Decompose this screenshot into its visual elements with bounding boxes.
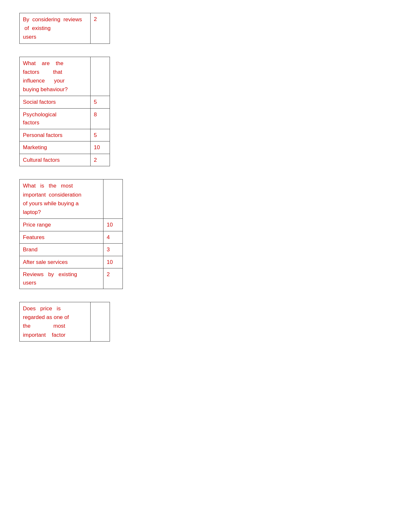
question-cell-factors: What are the factors that influence your… xyxy=(20,57,91,96)
question-text-price: Does price is regarded as one of the mos… xyxy=(23,305,69,338)
question-text-factors: What are the factors that influence your… xyxy=(23,60,68,93)
row-label-psychological: Psychologicalfactors xyxy=(20,108,91,129)
row-label-cultural: Cultural factors xyxy=(20,154,91,166)
table-factors: What are the factors that influence your… xyxy=(19,57,110,167)
section-factors: What are the factors that influence your… xyxy=(19,57,392,167)
row-value-reviews-existing: 2 xyxy=(103,268,123,289)
value-cell-reviews: 2 xyxy=(91,13,110,44)
row-value-personal: 5 xyxy=(91,129,110,141)
question-text-laptop: What is the most important consideration… xyxy=(23,183,81,215)
table-laptop: What is the most important consideration… xyxy=(19,179,123,289)
value-cell-factors-header xyxy=(91,57,110,96)
row-label-after-sale: After sale services xyxy=(20,256,103,268)
row-label-social-factors: Social factors xyxy=(20,96,91,109)
row-value-cultural: 2 xyxy=(91,154,110,166)
section-price-important: Does price is regarded as one of the mos… xyxy=(19,302,392,342)
value-cell-laptop-header xyxy=(103,179,123,219)
table-reviews: By considering reviews of existingusers … xyxy=(19,13,110,44)
row-value-marketing: 10 xyxy=(91,141,110,154)
row-label-brand: Brand xyxy=(20,244,103,256)
row-value-brand: 3 xyxy=(103,244,123,256)
question-cell-reviews: By considering reviews of existingusers xyxy=(20,13,91,44)
row-value-after-sale: 10 xyxy=(103,256,123,268)
question-text-reviews: By considering reviews of existingusers xyxy=(23,16,82,40)
row-label-marketing: Marketing xyxy=(20,141,91,154)
row-value-price-range: 10 xyxy=(103,219,123,231)
section-reviews: By considering reviews of existingusers … xyxy=(19,13,392,44)
value-reviews: 2 xyxy=(94,16,97,22)
row-value-features: 4 xyxy=(103,231,123,244)
question-cell-laptop: What is the most important consideration… xyxy=(20,179,103,219)
table-price-important: Does price is regarded as one of the mos… xyxy=(19,302,110,342)
row-label-personal: Personal factors xyxy=(20,129,91,141)
row-label-price-range: Price range xyxy=(20,219,103,231)
row-label-features: Features xyxy=(20,231,103,244)
section-laptop: What is the most important consideration… xyxy=(19,179,392,289)
value-cell-price xyxy=(91,302,110,342)
question-cell-price: Does price is regarded as one of the mos… xyxy=(20,302,91,342)
row-value-social-factors: 5 xyxy=(91,96,110,109)
row-value-psychological: 8 xyxy=(91,108,110,129)
row-label-reviews-existing: Reviews by existingusers xyxy=(20,268,103,289)
